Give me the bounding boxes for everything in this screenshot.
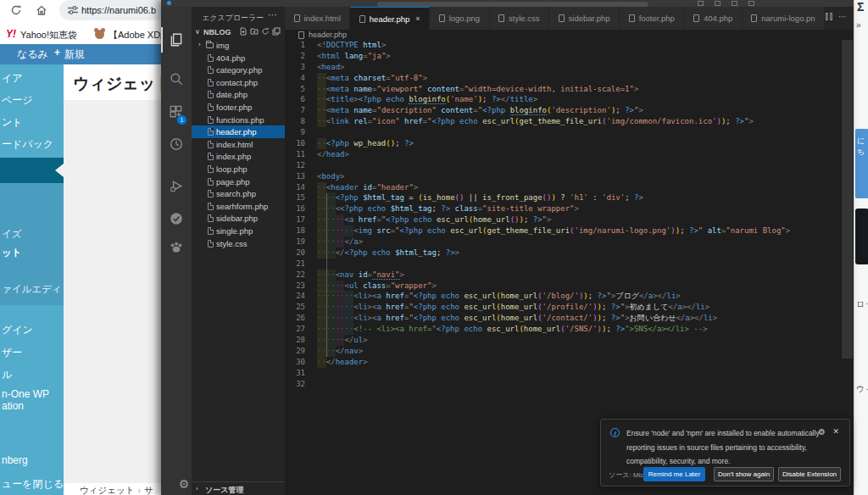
line-number: 30 [285, 357, 305, 368]
breadcrumb-sidebar[interactable]: サ [144, 485, 153, 495]
line-number: 23 [285, 281, 305, 292]
tree-file-page.php[interactable]: page.php [192, 175, 285, 188]
code-line: 10··<?php wp_head(); ?> [285, 138, 854, 149]
editor-tab-narumi-logo.pn[interactable]: narumi-logo.pn [743, 7, 825, 30]
code-line: 24········<li><a href="<?php echo esc_ur… [285, 291, 854, 302]
code-line: 17······<a href="<?php echo esc_url(home… [285, 214, 854, 225]
line-number: 1 [285, 40, 305, 51]
line-number: 15 [285, 192, 305, 203]
line-number: 31 [285, 368, 305, 379]
home-icon[interactable] [36, 4, 47, 16]
chevron-right-icon: › [196, 485, 198, 492]
layout-icon-2[interactable] [715, 1, 721, 6]
tree-file-single.php[interactable]: single.php [192, 225, 285, 237]
tree-file-404.php[interactable]: 404.php [192, 52, 285, 64]
wp-site-name[interactable]: なるみ [17, 47, 48, 62]
wp-sidebar-item[interactable]: ル [2, 368, 12, 382]
explorer-more-icon[interactable]: ⋯ [268, 9, 278, 20]
wp-new-button[interactable]: 新規 [64, 47, 85, 62]
layout-icon-1[interactable] [698, 1, 704, 6]
file-name: 404.php [216, 53, 245, 63]
notification-close-icon[interactable]: ✕ [832, 427, 839, 436]
wp-sidebar-item[interactable]: n-One WP [2, 388, 49, 400]
yahoo-favicon: Y! [6, 28, 16, 40]
tree-file-footer.php[interactable]: footer.php [192, 101, 285, 114]
code-line: 32 [285, 379, 854, 390]
search-icon[interactable] [161, 66, 192, 92]
editor-tab-style.css[interactable]: style.css [490, 7, 549, 30]
extensions-icon[interactable]: 1 [161, 98, 192, 124]
layout-icon-3[interactable] [732, 1, 737, 6]
wp-sidebar-item[interactable]: ント [2, 115, 23, 130]
tree-file-search.php[interactable]: search.php [192, 187, 285, 200]
tree-file-loop.php[interactable]: loop.php [192, 163, 285, 175]
wp-sidebar-item[interactable]: イア [2, 71, 23, 86]
wp-sidebar-item[interactable]: ザー [2, 346, 22, 360]
close-icon[interactable]: × [415, 14, 420, 23]
file-icon [294, 14, 300, 22]
wp-sidebar-item[interactable]: ューを閉じる [2, 477, 64, 492]
site-info-icon[interactable] [68, 6, 78, 14]
code-line: 6··<title><?php echo bloginfo('name'); ?… [285, 94, 854, 105]
peek-text-fragment: ウィ [856, 383, 868, 395]
breadcrumb-widget[interactable]: ウィジェット [80, 485, 134, 495]
layout-icon-4[interactable] [748, 1, 754, 6]
wp-sidebar-item[interactable]: ation [2, 400, 24, 412]
wp-menu-appearance-selected[interactable] [0, 158, 64, 183]
file-icon [208, 79, 214, 86]
editor-tab-404.php[interactable]: 404.php [684, 7, 742, 30]
file-tree: ›img404.phpcategory.phpcontact.phpdate.p… [192, 39, 285, 249]
wp-sidebar-item[interactable]: ット [2, 247, 22, 259]
editor-tab-index.html[interactable]: index.html [285, 7, 350, 30]
file-name: footer.php [216, 103, 252, 112]
new-folder-icon[interactable] [250, 27, 259, 36]
wp-sidebar-item[interactable]: ードバック [2, 137, 53, 152]
tree-file-date.php[interactable]: date.php [192, 88, 285, 101]
code-line: 16····<<?php echo $html_tag; ?> class="s… [285, 203, 854, 214]
editor-tab-header.php[interactable]: header.php× [350, 7, 430, 30]
editor-tab-sidebar.php[interactable]: sidebar.php [549, 7, 620, 30]
breadcrumb-filename[interactable]: header.php [309, 31, 347, 39]
refresh-icon[interactable] [261, 27, 270, 36]
tree-file-searhform.php[interactable]: searhform.php [192, 200, 285, 213]
tree-file-header.php[interactable]: header.php [192, 125, 285, 138]
explorer-icon[interactable] [161, 27, 192, 53]
tree-file-functions.php[interactable]: functions.php [192, 114, 285, 126]
source-control-section[interactable]: ›ソース管理 [192, 481, 285, 495]
collapse-all-icon[interactable] [272, 27, 281, 36]
debug-flag-icon[interactable] [161, 174, 192, 199]
reload-icon[interactable] [10, 4, 22, 16]
tree-file-index.html[interactable]: index.html [192, 138, 285, 151]
wp-sidebar-item[interactable]: ァイルエディ [2, 283, 62, 296]
file-icon [208, 153, 214, 160]
tab-actions[interactable]: ⫿⫿ ⋯ [826, 12, 849, 22]
tree-file-style.css[interactable]: style.css [192, 237, 285, 250]
new-file-icon[interactable] [239, 27, 248, 36]
code-line: 19······</a> [285, 236, 854, 248]
wp-sidebar-item[interactable]: イズ [2, 228, 22, 241]
file-icon [693, 14, 699, 22]
editor-tab-logo.png[interactable]: logo.png [430, 7, 489, 30]
tree-file-sidebar.php[interactable]: sidebar.php [192, 212, 285, 225]
file-icon [208, 116, 214, 124]
check-circle-icon[interactable] [161, 206, 192, 231]
file-name: index.html [216, 140, 253, 149]
bookmark-yahoo[interactable]: Yahoo!知恵袋 [20, 29, 77, 42]
notification-gear-icon[interactable]: ⚙ [818, 427, 826, 437]
editor-tab-footer.php[interactable]: footer.php [620, 7, 684, 30]
line-number: 25 [285, 302, 305, 313]
tree-file-contact.php[interactable]: contact.php [192, 76, 285, 89]
notification-button[interactable]: Don't show again [714, 467, 774, 481]
explorer-root-row[interactable]: ∨ NBLOG [192, 25, 285, 38]
tree-folder-img[interactable]: ›img [192, 39, 285, 52]
wp-sidebar-item[interactable]: nberg [2, 454, 28, 466]
history-clock-icon[interactable] [161, 131, 192, 157]
tree-file-index.php[interactable]: index.php [192, 150, 285, 163]
notification-button[interactable]: Disable Extension [778, 467, 841, 481]
tree-file-category.php[interactable]: category.php [192, 64, 285, 76]
paw-icon[interactable] [161, 234, 192, 259]
wp-sidebar-item[interactable]: グイン [2, 323, 33, 337]
code-line: 23······<ul class="wrapper"> [285, 281, 854, 292]
notification-button[interactable]: Remind me Later [643, 467, 705, 481]
wp-sidebar-item[interactable]: ページ [2, 93, 33, 108]
